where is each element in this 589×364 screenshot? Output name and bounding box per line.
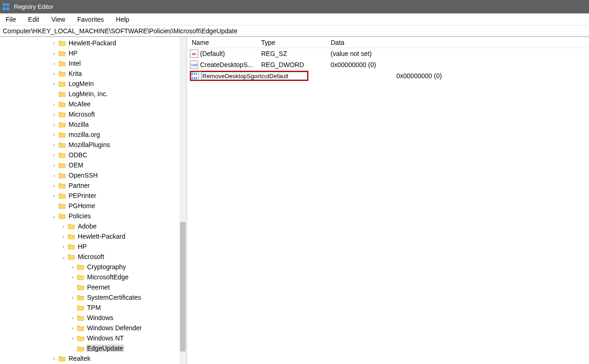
chevron-right-icon[interactable]: › <box>69 294 76 301</box>
chevron-right-icon[interactable]: › <box>69 264 76 270</box>
menu-favorites[interactable]: Favorites <box>75 15 107 24</box>
value-row[interactable]: ab(Default)REG_SZ(value not set) <box>190 48 589 59</box>
tree-item[interactable]: ⌄Microsoft <box>0 252 187 262</box>
folder-icon <box>77 304 84 311</box>
dword-value-icon: 110 <box>190 61 198 69</box>
value-row[interactable]: 110CreateDesktopS...REG_DWORD0x00000000 … <box>190 59 589 70</box>
chevron-right-icon[interactable]: › <box>51 131 57 138</box>
tree-item[interactable]: ›MozillaPlugins <box>0 140 187 150</box>
chevron-right-icon[interactable]: › <box>69 325 76 331</box>
chevron-right-icon[interactable]: › <box>51 50 57 56</box>
chevron-right-icon[interactable]: › <box>51 70 57 77</box>
tree-item[interactable]: ›LogMeIn <box>0 79 187 89</box>
tree-item[interactable]: ›Realtek <box>0 353 187 364</box>
folder-icon <box>58 203 66 209</box>
chevron-right-icon[interactable]: › <box>51 101 57 107</box>
value-name: CreateDesktopS... <box>200 61 253 68</box>
tree-item[interactable]: Peernet <box>0 282 187 292</box>
tree-item[interactable]: ›Windows <box>0 313 187 323</box>
address-path: Computer\HKEY_LOCAL_MACHINE\SOFTWARE\Pol… <box>3 27 238 35</box>
folder-icon <box>58 182 66 189</box>
tree-item-label: HP <box>77 243 88 250</box>
chevron-right-icon[interactable]: › <box>60 243 67 250</box>
value-name: (Default) <box>200 50 225 57</box>
header-type[interactable]: Type <box>261 39 331 46</box>
tree-item-label: EdgeUpdate <box>86 345 124 352</box>
regedit-icon <box>3 3 10 11</box>
folder-icon <box>77 284 84 290</box>
chevron-down-icon[interactable]: ⌄ <box>60 253 67 260</box>
tree-item[interactable]: ⌄Policies <box>0 211 187 221</box>
tree-item[interactable]: TPM <box>0 302 187 313</box>
menu-edit[interactable]: Edit <box>25 15 42 24</box>
tree-item[interactable]: ›HP <box>0 241 187 252</box>
tree-item[interactable]: LogMeIn, Inc. <box>0 89 187 99</box>
tree-scrollbar[interactable] <box>179 37 187 364</box>
chevron-right-icon[interactable]: › <box>51 60 57 67</box>
chevron-right-icon[interactable]: › <box>51 142 57 148</box>
tree-item[interactable]: ›Windows NT <box>0 333 187 343</box>
registry-tree[interactable]: ›Hewlett-Packard›HP›Intel›Krita›LogMeInL… <box>0 37 187 364</box>
titlebar: Registry Editor <box>0 0 589 13</box>
chevron-right-icon[interactable]: › <box>60 233 67 240</box>
tree-item[interactable]: ›MicrosoftEdge <box>0 272 187 282</box>
tree-item[interactable]: ›Krita <box>0 68 187 79</box>
chevron-right-icon[interactable]: › <box>51 355 57 362</box>
tree-item[interactable]: ›mozilla.org <box>0 130 187 140</box>
tree-item[interactable]: ›SystemCertificates <box>0 292 187 302</box>
value-row[interactable]: 011 1100x00000000 (0) <box>190 70 589 81</box>
tree-item[interactable]: ›McAfee <box>0 99 187 109</box>
value-type: REG_SZ <box>261 50 331 57</box>
tree-item-label: Mozilla <box>68 121 90 128</box>
tree-item[interactable]: ›Windows Defender <box>0 323 187 333</box>
chevron-right-icon[interactable]: › <box>69 274 76 280</box>
tree-scrollbar-thumb[interactable] <box>180 222 186 352</box>
tree-item[interactable]: ›OEM <box>0 160 187 170</box>
chevron-right-icon[interactable]: › <box>51 152 57 158</box>
chevron-right-icon[interactable]: › <box>51 111 57 117</box>
chevron-right-icon[interactable]: › <box>51 182 57 189</box>
tree-item[interactable]: ›OpenSSH <box>0 170 187 180</box>
address-bar[interactable]: Computer\HKEY_LOCAL_MACHINE\SOFTWARE\Pol… <box>0 25 589 37</box>
value-data: 0x00000000 (0) <box>331 61 589 68</box>
tree-item[interactable]: ›ODBC <box>0 150 187 160</box>
tree-item[interactable]: ›Hewlett-Packard <box>0 231 187 241</box>
menu-file[interactable]: File <box>3 15 19 24</box>
chevron-right-icon[interactable]: › <box>51 80 57 87</box>
chevron-right-icon[interactable]: › <box>60 223 67 229</box>
tree-item[interactable]: ›Microsoft <box>0 109 187 119</box>
tree-item[interactable]: ›Cryptography <box>0 262 187 272</box>
chevron-right-icon[interactable]: › <box>51 192 57 199</box>
tree-item[interactable]: ›Adobe <box>0 221 187 231</box>
tree-item[interactable]: ›Intel <box>0 58 187 68</box>
tree-item-label: MozillaPlugins <box>68 141 111 148</box>
values-list[interactable]: ab(Default)REG_SZ(value not set)110Creat… <box>187 48 589 81</box>
chevron-right-icon[interactable]: › <box>51 121 57 128</box>
tree-item[interactable]: ›Mozilla <box>0 119 187 130</box>
menu-view[interactable]: View <box>49 15 68 24</box>
values-header[interactable]: Name Type Data <box>187 37 589 48</box>
tree-item[interactable]: ›HP <box>0 48 187 58</box>
chevron-down-icon[interactable]: ⌄ <box>51 213 57 219</box>
folder-icon <box>68 253 75 260</box>
string-value-icon: ab <box>190 49 198 58</box>
chevron-right-icon[interactable]: › <box>51 40 57 46</box>
chevron-right-icon[interactable]: › <box>69 335 76 341</box>
main-pane: ›Hewlett-Packard›HP›Intel›Krita›LogMeInL… <box>0 37 589 364</box>
folder-icon <box>68 223 75 229</box>
tree-item[interactable]: ›Hewlett-Packard <box>0 38 187 48</box>
tree-item-label: Windows Defender <box>86 324 143 332</box>
tree-item[interactable]: ›PEPrinter <box>0 191 187 201</box>
header-data[interactable]: Data <box>331 39 589 46</box>
chevron-right-icon[interactable]: › <box>69 315 76 321</box>
menu-help[interactable]: Help <box>113 15 132 24</box>
folder-icon <box>77 294 84 301</box>
tree-item-label: OpenSSH <box>68 172 99 179</box>
tree-item[interactable]: PGHome <box>0 201 187 211</box>
header-name[interactable]: Name <box>192 39 261 46</box>
tree-item[interactable]: EdgeUpdate <box>0 343 187 353</box>
chevron-right-icon[interactable]: › <box>51 162 57 168</box>
value-name-edit-input[interactable] <box>201 72 307 80</box>
chevron-right-icon[interactable]: › <box>51 172 57 179</box>
tree-item[interactable]: ›Partner <box>0 180 187 191</box>
